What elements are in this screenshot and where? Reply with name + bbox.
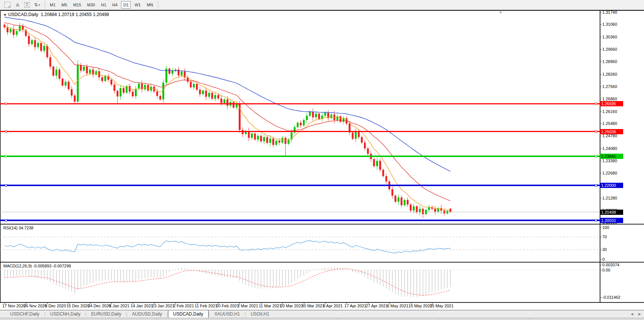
rsi-tick-label: 30 — [602, 247, 607, 252]
date-label: 2 Feb 2021 — [173, 304, 194, 308]
timeframe-button-h4[interactable]: H4 — [110, 1, 120, 9]
macd-tick-mark — [600, 265, 602, 265]
toolbar: F A T ⇅ ▾ M1M5M15M30H1H4D1W1MN — [0, 0, 644, 10]
price-tick-label: 1.26860 — [602, 97, 617, 101]
rsi-tick-label: 100 — [602, 225, 609, 230]
price-tick-label: 1.24080 — [602, 146, 617, 151]
price-tick-label: 1.22680 — [602, 171, 617, 175]
price-tick-label: 1.25480 — [602, 121, 617, 126]
date-label: 6 May 2021 — [387, 304, 408, 308]
rsi-canvas[interactable] — [0, 225, 600, 262]
price-tick-mark — [600, 24, 602, 25]
price-tick-mark — [600, 37, 602, 37]
date-label: 2 Mar 2021 — [237, 304, 258, 308]
dropdown-caret-icon: ▾ — [39, 3, 40, 7]
date-label: 24 Dec 2020 — [88, 304, 111, 308]
status-divider — [231, 318, 231, 320]
tab-scroll-left-icon[interactable]: ◀ — [631, 312, 633, 316]
tab-scroll-right-icon[interactable]: ▶ — [638, 312, 641, 316]
price-tick-label: 1.24780 — [602, 134, 617, 138]
collapse-triangle-icon[interactable]: ▼ — [3, 13, 7, 17]
price-marker-1-23641: 1.23641 — [600, 154, 623, 159]
date-label: 27 Apr 2021 — [366, 304, 388, 308]
rsi-tick-mark — [600, 228, 602, 228]
macd-canvas[interactable] — [0, 263, 600, 302]
status-divider — [156, 318, 157, 320]
timeframe-button-m1[interactable]: M1 — [48, 1, 58, 9]
tab-usoil-h1[interactable]: USOil,H1 — [246, 310, 274, 318]
timeframe-group: M1M5M15M30H1H4D1W1MN — [48, 1, 155, 9]
status-divider — [440, 318, 440, 320]
timeframe-button-m5[interactable]: M5 — [59, 1, 69, 9]
timeframe-button-h1[interactable]: H1 — [99, 1, 108, 9]
price-tick-label: 1.31060 — [602, 22, 617, 26]
price-tick-label: 1.23380 — [602, 159, 617, 163]
price-tick-label: 1.21280 — [602, 196, 617, 200]
tab-usdchf-daily[interactable]: USDCHF,Daily — [5, 310, 44, 318]
tab-usdcnh-daily[interactable]: USDCNH,Daily — [45, 310, 85, 318]
price-tick-mark — [600, 12, 602, 13]
arrows-tool-button[interactable]: ⇅ ▾ — [32, 1, 42, 9]
text-box-icon: T — [24, 2, 30, 7]
macd-indicator-label: MACD(12,26,9) -0.005893 -0.007298 — [3, 264, 71, 268]
price-tick-mark — [600, 148, 602, 149]
date-label: 20 Feb 2021 — [216, 304, 239, 308]
macd-tick-label: 0.002074 — [602, 263, 619, 267]
tab-usdcad-daily[interactable]: USDCAD,Daily — [168, 310, 209, 318]
price-marker-1-22000: 1.22000 — [600, 183, 623, 188]
price-tick-label: 1.27560 — [602, 84, 617, 89]
price-marker-1-26595: 1.26595 — [600, 101, 623, 106]
date-label: 23 Jan 2021 — [152, 304, 175, 308]
price-tick-mark — [600, 173, 602, 173]
rsi-tick-mark — [600, 237, 602, 237]
timeframe-button-m15[interactable]: M15 — [71, 1, 83, 9]
chart-symbol-label: USDCAD,Daily — [8, 12, 38, 17]
timeframe-button-mn[interactable]: MN — [145, 1, 155, 9]
date-label: 26 Nov 2020 — [23, 304, 47, 308]
chart-template-tool-button[interactable]: F — [2, 1, 13, 9]
price-tick-mark — [600, 161, 602, 161]
text-label-tool-button[interactable]: T — [22, 1, 32, 9]
status-divider — [529, 318, 529, 320]
macd-tick-label: 0.00 — [602, 268, 610, 272]
price-tick-mark — [600, 74, 602, 75]
tab-eurusd-daily[interactable]: EURUSD,Daily — [86, 310, 126, 318]
date-label: 5 Dec 2020 — [45, 304, 66, 308]
time-axis[interactable]: 17 Nov 202026 Nov 20205 Dec 202015 Dec 2… — [0, 303, 644, 310]
rsi-tick-mark — [600, 250, 602, 250]
rsi-tick-mark — [600, 259, 602, 260]
status-divider — [337, 318, 337, 320]
chart-tab-bar: USDCHF,Daily|USDCNH,Daily|EURUSD,Daily|A… — [0, 310, 644, 318]
date-label: 14 Jan 2021 — [130, 304, 153, 308]
timeframe-button-m30[interactable]: M30 — [85, 1, 97, 9]
price-tick-mark — [600, 87, 602, 87]
date-label: 8 Apr 2021 — [323, 304, 343, 308]
rsi-tick-label: 70 — [602, 235, 607, 239]
timeframe-button-w1[interactable]: W1 — [132, 1, 143, 9]
price-tick-label: 1.30360 — [602, 35, 617, 39]
font-tool-button[interactable]: A — [13, 1, 22, 9]
grid-f-icon: F — [4, 2, 11, 8]
timeframe-button-d1[interactable]: D1 — [121, 1, 131, 9]
macd-tick-label: -0.011462 — [602, 295, 621, 299]
date-label: 17 Apr 2021 — [344, 304, 366, 308]
price-tick-mark — [600, 62, 602, 62]
tab-scroll-nav: ◀ ▶ — [631, 310, 641, 318]
price-tick-label: 1.28260 — [602, 72, 617, 76]
date-label: 17 Nov 2020 — [2, 304, 25, 308]
macd-tick-mark — [600, 270, 602, 270]
chart-ohlc-values: 1.20684 1.20719 1.20455 1.20498 — [41, 12, 109, 17]
status-bar — [0, 318, 644, 320]
toolbar-separator — [158, 1, 158, 9]
price-tick-mark — [600, 136, 602, 136]
tab-xauusd-h1[interactable]: XAUUSD,H1 — [209, 310, 245, 318]
price-canvas[interactable] — [0, 11, 600, 224]
date-label: 25 May 2021 — [430, 304, 454, 308]
chart-shift-marker[interactable]: ▼ — [499, 10, 502, 15]
tab-audusd-daily[interactable]: AUDUSD,Daily — [127, 310, 167, 318]
price-tick-label: 1.31740 — [602, 10, 617, 15]
macd-tick-mark — [600, 297, 602, 298]
toolbar-separator — [45, 1, 45, 9]
date-label: 11 Mar 2021 — [259, 304, 282, 308]
price-tick-mark — [600, 49, 602, 50]
